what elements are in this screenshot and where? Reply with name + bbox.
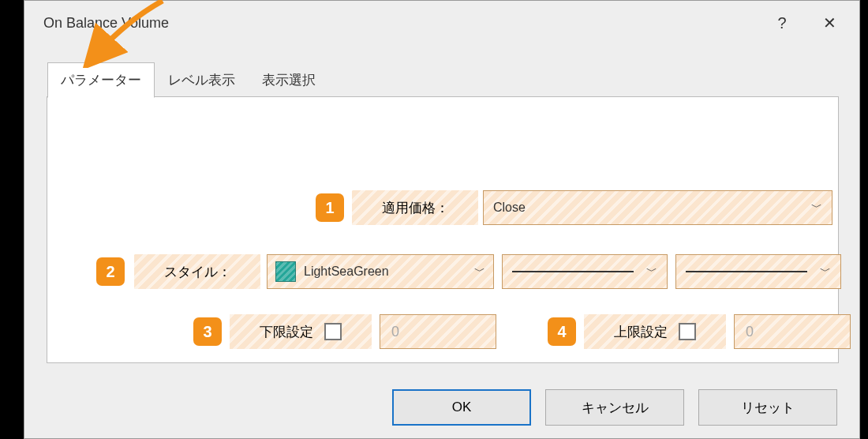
select-color-value: LightSeaGreen xyxy=(304,265,466,279)
row-style: 2 スタイル： LightSeaGreen ﹀ ﹀ ﹀ xyxy=(96,254,841,289)
line-sample xyxy=(512,271,634,272)
tabs: パラメーター レベル表示 表示選択 xyxy=(47,62,329,98)
line-sample xyxy=(686,271,807,272)
tab-parameters[interactable]: パラメーター xyxy=(47,62,155,98)
cancel-button[interactable]: キャンセル xyxy=(545,389,684,426)
chevron-down-icon: ﹀ xyxy=(811,201,822,215)
color-swatch xyxy=(275,261,296,282)
panel-content: 1 適用価格： Close ﹀ 2 スタイル： LightSeaGreen ﹀ … xyxy=(47,96,839,363)
row-apply-price: 1 適用価格： Close ﹀ xyxy=(316,190,832,225)
row-lower-limit: 3 下限設定 0 xyxy=(193,314,496,349)
label-style: スタイル： xyxy=(134,254,260,289)
chevron-down-icon: ﹀ xyxy=(646,265,657,279)
close-button[interactable]: ✕ xyxy=(806,1,853,45)
select-apply-price-value: Close xyxy=(493,201,526,215)
label-lower-limit-text: 下限設定 xyxy=(260,323,313,341)
ok-button[interactable]: OK xyxy=(392,389,531,426)
reset-button[interactable]: リセット xyxy=(698,389,837,426)
select-color[interactable]: LightSeaGreen ﹀ xyxy=(267,254,494,289)
label-upper-limit-text: 上限設定 xyxy=(614,323,668,341)
checkbox-upper-limit[interactable] xyxy=(679,323,696,340)
select-line-style[interactable]: ﹀ xyxy=(502,254,668,289)
annotation-3: 3 xyxy=(193,317,222,346)
label-upper-limit: 上限設定 xyxy=(584,314,726,349)
chevron-down-icon: ﹀ xyxy=(820,265,831,279)
label-apply-price: 適用価格： xyxy=(352,190,478,225)
chevron-down-icon: ﹀ xyxy=(474,265,485,279)
dialog-window: On Balance Volume ? ✕ パラメーター レベル表示 表示選択 … xyxy=(24,0,860,439)
window-title: On Balance Volume xyxy=(43,15,758,32)
input-lower-limit[interactable]: 0 xyxy=(380,314,496,349)
help-button[interactable]: ? xyxy=(758,1,806,45)
input-upper-limit[interactable]: 0 xyxy=(734,314,851,349)
tab-display[interactable]: 表示選択 xyxy=(249,62,329,98)
row-upper-limit: 4 上限設定 0 xyxy=(548,314,851,349)
tab-levels[interactable]: レベル表示 xyxy=(155,62,249,98)
footer: OK キャンセル リセット xyxy=(24,377,859,438)
select-apply-price[interactable]: Close ﹀ xyxy=(483,190,832,225)
titlebar: On Balance Volume ? ✕ xyxy=(24,1,859,45)
annotation-4: 4 xyxy=(548,317,576,346)
checkbox-lower-limit[interactable] xyxy=(324,323,342,340)
label-lower-limit: 下限設定 xyxy=(230,314,372,349)
annotation-2: 2 xyxy=(96,257,125,286)
select-line-width[interactable]: ﹀ xyxy=(675,254,841,289)
annotation-1: 1 xyxy=(316,193,344,222)
